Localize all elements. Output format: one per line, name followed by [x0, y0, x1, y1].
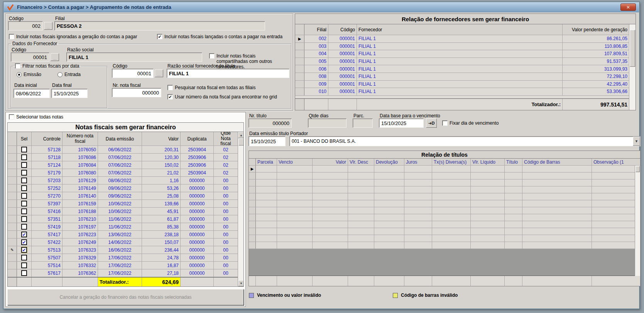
cell-qtde-nota[interactable]: 02 — [214, 169, 238, 176]
empty-cell[interactable] — [432, 235, 471, 242]
titulo-empty-row[interactable] — [249, 235, 635, 242]
empty-cell[interactable] — [432, 193, 471, 200]
empty-cell[interactable] — [313, 200, 348, 207]
row-checkbox[interactable] — [21, 178, 27, 183]
scrollbar-thumb[interactable] — [238, 139, 243, 146]
column-header-11[interactable]: Observação (1 — [592, 159, 640, 165]
nota-fiscal-row[interactable]: 57124107608407/06/2022150,02250390602 — [8, 161, 238, 169]
cell-codigo[interactable]: 000001 — [328, 35, 357, 42]
nota-fiscal-row[interactable]: 57416107618810/06/202245,9100000000 — [8, 208, 238, 215]
titulo-empty-row[interactable]: ▶ — [249, 166, 635, 173]
cell-sel[interactable] — [17, 184, 32, 192]
cell-valor[interactable]: 139,66 — [142, 200, 181, 207]
cell-numero-nota[interactable]: 1076223 — [63, 231, 98, 238]
cell-numero-nota[interactable]: 1076086 — [63, 154, 98, 161]
empty-cell[interactable] — [432, 221, 471, 228]
fornecedor-row[interactable]: ▶002000001FILIAL 186.261,05 — [295, 35, 629, 43]
empty-cell[interactable] — [592, 242, 635, 249]
cell-duplicata[interactable]: 000000 — [181, 246, 214, 254]
column-header-10[interactable]: Código de Barras — [522, 159, 592, 165]
empty-cell[interactable] — [277, 166, 313, 172]
empty-cell[interactable] — [471, 179, 505, 186]
cell-valor[interactable]: 16,87 — [142, 262, 181, 269]
cell-controle[interactable]: 57419 — [32, 223, 63, 230]
cell-controle[interactable]: 57514 — [32, 262, 63, 269]
empty-cell[interactable] — [348, 207, 374, 214]
empty-cell[interactable] — [592, 214, 635, 221]
cell-qtde-nota[interactable]: 00 — [214, 184, 238, 192]
cell-sel[interactable] — [17, 161, 32, 169]
cell-codigo[interactable]: 000001 — [328, 43, 357, 50]
row-checkbox[interactable] — [21, 270, 27, 276]
data-final-input[interactable]: 15/10/2025 — [51, 89, 88, 98]
empty-cell[interactable] — [348, 221, 374, 228]
empty-cell[interactable] — [505, 173, 522, 179]
cell-numero-nota[interactable]: 1076323 — [63, 246, 98, 254]
row-checkbox[interactable] — [21, 162, 27, 168]
cell-qtde-nota[interactable]: 00 — [214, 208, 238, 215]
row-checkbox[interactable] — [21, 208, 27, 214]
empty-cell[interactable] — [277, 186, 313, 193]
empty-cell[interactable] — [256, 242, 277, 249]
cell-controle[interactable]: 57203 — [32, 177, 63, 184]
cell-valor-pendente[interactable]: 53.306,66 — [563, 88, 629, 95]
empty-cell[interactable] — [374, 200, 404, 207]
empty-cell[interactable] — [277, 235, 313, 242]
cell-sel[interactable] — [17, 254, 32, 261]
empty-cell[interactable] — [256, 200, 277, 207]
nota-fiscal-row[interactable]: 57252107614909/06/202253,2600000000 — [8, 184, 238, 192]
cell-numero-nota[interactable]: 1076362 — [63, 269, 98, 277]
cell-controle[interactable]: 57417 — [32, 231, 63, 238]
fornecedor-row[interactable]: 010000001FILIAL 153.306,66 — [295, 88, 629, 96]
empty-cell[interactable] — [505, 179, 522, 186]
empty-cell[interactable] — [313, 193, 348, 200]
column-header-codigo[interactable]: Código — [328, 24, 357, 35]
cell-controle[interactable]: 57351 — [32, 215, 63, 223]
cell-sel[interactable] — [17, 192, 32, 200]
row-checkbox[interactable] — [21, 255, 27, 261]
cell-numero-nota[interactable]: 1076188 — [63, 208, 98, 215]
empty-cell[interactable] — [404, 186, 432, 193]
empty-cell[interactable] — [471, 193, 505, 200]
cell-data-emissao[interactable]: 08/06/2022 — [98, 177, 142, 184]
empty-cell[interactable] — [374, 242, 404, 249]
cell-fornecedor[interactable]: FILIAL 1 — [357, 58, 563, 65]
cell-controle[interactable]: 57617 — [32, 269, 63, 277]
cell-valor[interactable]: 27,18 — [142, 269, 181, 277]
empty-cell[interactable] — [313, 186, 348, 193]
row-checkbox[interactable] — [21, 147, 27, 152]
nr-titulo-input[interactable]: 000000 — [248, 118, 292, 128]
row-checkbox[interactable] — [21, 185, 27, 191]
empty-cell[interactable] — [522, 228, 592, 235]
nota-fiscal-row[interactable]: 57179107608007/06/202221,02250390402 — [8, 169, 238, 177]
cell-valor-pendente[interactable]: 110.806,85 — [563, 43, 629, 50]
cell-numero-nota[interactable]: 1076197 — [63, 223, 98, 230]
scrollbar-thumb[interactable] — [630, 30, 635, 67]
empty-cell[interactable] — [404, 214, 432, 221]
cell-filial[interactable]: 006 — [304, 65, 328, 73]
row-checkbox[interactable] — [21, 232, 27, 237]
titulo-empty-row[interactable] — [249, 214, 635, 221]
data-emissao-titulo-input[interactable]: 15/10/2025 — [248, 136, 286, 146]
empty-cell[interactable] — [348, 193, 374, 200]
column-header-filial[interactable]: Filial — [304, 24, 328, 35]
checkbox-incluir-lancadas[interactable]: Incluir notas fiscais lançadas o contas … — [157, 34, 282, 39]
empty-cell[interactable] — [522, 186, 592, 193]
column-header-6[interactable]: Juros — [404, 159, 432, 165]
cell-data-emissao[interactable]: 11/06/2022 — [98, 215, 142, 223]
empty-cell[interactable] — [374, 214, 404, 221]
empty-cell[interactable] — [432, 186, 471, 193]
empty-cell[interactable] — [256, 173, 277, 179]
column-header-data-emissao[interactable]: Data emissão — [98, 132, 142, 146]
cell-data-emissao[interactable]: 13/06/2022 — [98, 231, 142, 238]
empty-cell[interactable] — [404, 166, 432, 172]
column-header-4[interactable]: Vlr. Desc — [348, 159, 374, 165]
cell-numero-nota[interactable]: 1076329 — [63, 254, 98, 261]
cell-data-emissao[interactable]: 17/06/2022 — [98, 254, 142, 261]
nota-fiscal-row[interactable]: 57270107614009/06/202225,0800000000 — [8, 192, 238, 200]
cell-sel[interactable] — [17, 208, 32, 215]
empty-cell[interactable] — [592, 186, 635, 193]
cell-duplicata[interactable]: 000000 — [181, 254, 214, 261]
checkbox-usar-numero-nota[interactable]: Usar número da nota fiscal para encontra… — [167, 94, 277, 100]
empty-cell[interactable] — [313, 207, 348, 214]
